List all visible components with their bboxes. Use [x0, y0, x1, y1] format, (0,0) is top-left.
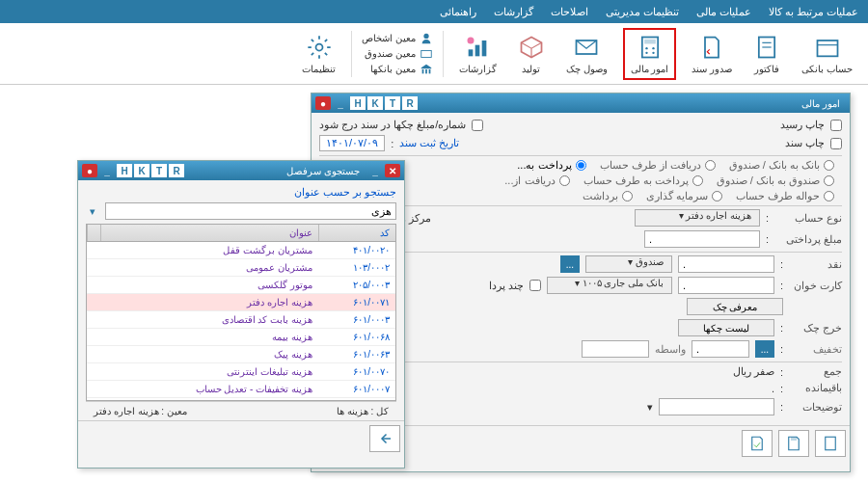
tb-letter[interactable]: K: [134, 164, 149, 177]
table-row[interactable]: ۶۰۱/۰۰۷۱هزینه اجاره دفتر: [87, 294, 395, 311]
search-input[interactable]: [105, 202, 396, 220]
tb-letter[interactable]: T: [151, 164, 167, 177]
cash-input[interactable]: [678, 255, 774, 273]
tb-letter[interactable]: T: [385, 96, 400, 110]
minimize-icon[interactable]: _: [333, 96, 348, 110]
table-body[interactable]: ۴۰۱/۰۰۲۰مشتریان برگشت قفل۱۰۳/۰۰۰۲مشتریان…: [86, 242, 396, 401]
cell-title: مشتریان برگشت قفل: [87, 242, 318, 258]
tb-letter[interactable]: H: [350, 96, 366, 110]
col-title-header[interactable]: عنوان: [100, 225, 318, 241]
chart-icon: [464, 34, 491, 61]
sum-value: صفر ریال: [733, 365, 774, 378]
table-row[interactable]: ۱۰۳/۰۰۰۲مشتریان عمومی: [87, 259, 395, 277]
radio-bank-to-bank[interactable]: [824, 160, 834, 171]
titlebar[interactable]: ✕ _ جستجوی سرفصل R T K H _ ●: [78, 161, 404, 180]
amount-input[interactable]: [644, 230, 760, 248]
radio-transfer[interactable]: [824, 191, 834, 201]
table-row[interactable]: ۶۰۱/۰۰۰۷هزینه تخفیفات - تعدیل حساب: [87, 381, 395, 398]
new-button[interactable]: [815, 430, 846, 457]
table-row[interactable]: ۶۰۱/۰۰۶۳هزینه پیک: [87, 346, 395, 363]
col-code-header[interactable]: کد: [318, 225, 395, 241]
save-confirm-button[interactable]: [742, 430, 773, 457]
reg-date-value[interactable]: ۱۴۰۱/۰۷/۰۹: [319, 135, 385, 151]
menu-item[interactable]: عملیات مرتبط به کالا: [769, 6, 858, 18]
close-icon[interactable]: ●: [315, 96, 331, 110]
close-icon[interactable]: ✕: [385, 164, 400, 177]
svg-rect-18: [422, 69, 424, 73]
ribbon-reports[interactable]: گزارشات: [453, 30, 502, 78]
vasete-label: واسطه: [655, 343, 686, 356]
ribbon-sub-cashbox[interactable]: معین صندوق: [362, 47, 433, 61]
tb-letter[interactable]: R: [169, 164, 184, 177]
ribbon-production[interactable]: تولید: [512, 30, 551, 78]
card-input[interactable]: [678, 277, 774, 294]
tb-letter[interactable]: H: [117, 164, 132, 177]
cash-browse-button[interactable]: ...: [560, 255, 580, 273]
table-row[interactable]: ۶۰۱/۰۰۰۳هزینه بابت کد اقتصادی: [87, 311, 395, 329]
discount-browse[interactable]: ...: [755, 340, 774, 358]
bank-mini-icon: [420, 63, 433, 76]
chevron-down-icon[interactable]: ▾: [86, 205, 99, 218]
ribbon-bank-account[interactable]: حساب بانکی: [796, 30, 858, 78]
gear-icon: [306, 34, 333, 61]
chk-receipt-label: چاپ رسید: [780, 119, 825, 131]
cell-title: هزینه تبلیغات اینترنتی: [87, 363, 318, 380]
ribbon-issue-doc[interactable]: صدور سند: [686, 30, 738, 78]
cheque-list-button[interactable]: لیست چکها: [678, 319, 774, 336]
chk-multi-pay[interactable]: [529, 280, 541, 291]
ribbon-sub-persons[interactable]: معین اشخاص: [362, 32, 433, 45]
cheque-out-label: خرج چک: [789, 322, 842, 335]
menu-item[interactable]: عملیات مالی: [696, 6, 751, 18]
svg-rect-22: [826, 437, 836, 450]
ribbon-cheque-collect[interactable]: وصول چک: [560, 30, 613, 78]
search-heading-window: ✕ _ جستجوی سرفصل R T K H _ ● جستجو بر حس…: [77, 160, 405, 469]
ribbon-financial[interactable]: امور مالی: [623, 28, 677, 80]
desc-input[interactable]: [659, 398, 774, 415]
radio-withdraw[interactable]: [622, 191, 633, 201]
chk-doc-print[interactable]: [830, 138, 842, 149]
chk-receipt[interactable]: [830, 120, 842, 131]
menu-item[interactable]: راهنمائی: [440, 6, 476, 18]
table-row[interactable]: ۴۰۱/۰۰۲۰مشتریان برگشت قفل: [87, 242, 395, 259]
window-title: امور مالی: [801, 98, 840, 109]
back-button[interactable]: [369, 425, 400, 452]
cell-code: ۶۰۱/۰۰۶۸: [318, 329, 395, 345]
save-button[interactable]: [778, 430, 809, 457]
tb-letter[interactable]: K: [367, 96, 383, 110]
ribbon: حساب بانکی فاکتور صدور سند امور مالی وصو…: [0, 23, 868, 85]
table-row[interactable]: ۶۰۱/۰۰۷۰هزینه تبلیغات اینترنتی: [87, 363, 395, 381]
close-icon[interactable]: ●: [82, 164, 97, 177]
radio-payment-to[interactable]: [576, 160, 586, 171]
ribbon-settings[interactable]: تنظیمات: [296, 30, 341, 78]
svg-rect-19: [425, 69, 427, 73]
menu-item[interactable]: تنظیمات مدیریتی: [606, 6, 679, 18]
table-row[interactable]: ۶۰۱/۰۰۶۸هزینه بیمه: [87, 329, 395, 346]
radio-receive-from[interactable]: [559, 175, 570, 186]
svg-point-8: [652, 47, 654, 49]
desc-label: توضیحات: [789, 401, 842, 414]
table-row[interactable]: ۲۰۵/۰۰۰۳موتور گلکسی: [87, 277, 395, 294]
minimize-icon[interactable]: _: [367, 164, 383, 177]
svg-rect-17: [421, 50, 432, 57]
discount-input[interactable]: [692, 340, 749, 358]
vasete-input[interactable]: [582, 340, 649, 358]
radio-investment[interactable]: [712, 191, 722, 201]
radio-pay-party[interactable]: [692, 175, 703, 186]
account-type-dropdown[interactable]: هزینه اجاره دفتر ▾: [635, 209, 760, 227]
menu-item[interactable]: گزارشات: [494, 6, 533, 18]
cheque-intro-button[interactable]: معرفی چک: [687, 298, 783, 315]
tb-letter[interactable]: R: [402, 96, 418, 110]
ribbon-invoice[interactable]: فاکتور: [747, 30, 786, 78]
card-dropdown[interactable]: بانک ملی جاری ۱۰۰۵ ▾: [547, 277, 672, 294]
menu-item[interactable]: اصلاحات: [551, 6, 588, 18]
svg-rect-6: [644, 39, 656, 43]
cash-dropdown[interactable]: صندوق ▾: [585, 255, 672, 273]
envelope-icon: [573, 34, 600, 61]
radio-receive-party[interactable]: [705, 160, 716, 171]
radio-cash-to-bank[interactable]: [824, 175, 834, 186]
titlebar[interactable]: امور مالی R T K H _ ●: [312, 94, 850, 113]
minimize-icon[interactable]: _: [99, 164, 115, 177]
ribbon-sub-banks[interactable]: معین بانکها: [362, 63, 433, 76]
cell-title: هزینه تخفیفات - تعدیل حساب: [87, 381, 318, 397]
chk-number-in-doc[interactable]: [472, 120, 483, 131]
